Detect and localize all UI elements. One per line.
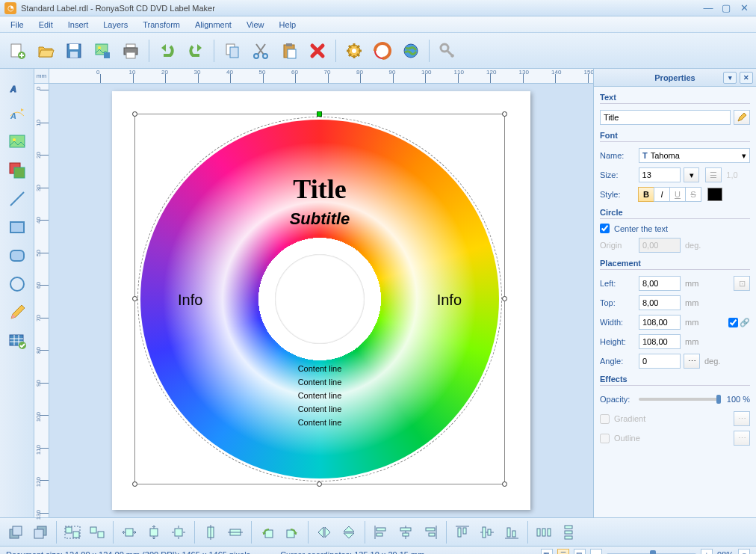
flip-v-button[interactable] <box>338 522 360 543</box>
zoom-dropdown-button[interactable]: ▾ <box>738 549 750 555</box>
center-text-checkbox[interactable]: Center the text <box>600 224 750 233</box>
font-name-select[interactable]: TTahoma▾ <box>639 148 750 163</box>
grid-view-button[interactable]: ▦ <box>541 549 553 555</box>
new-button[interactable] <box>4 38 30 64</box>
menu-view[interactable]: View <box>239 18 272 31</box>
line-tool[interactable] <box>5 187 29 211</box>
fit-height-button[interactable] <box>143 522 165 543</box>
gradient-edit-button[interactable]: ⋯ <box>734 411 750 426</box>
handle-se[interactable] <box>502 481 507 487</box>
handle-e[interactable] <box>502 296 507 301</box>
delete-button[interactable] <box>305 38 330 64</box>
zoom-in-button[interactable]: + <box>701 549 713 555</box>
height-input[interactable] <box>639 334 681 349</box>
text-tool[interactable]: A <box>5 73 29 97</box>
top-input[interactable] <box>639 295 681 310</box>
close-button[interactable]: ✕ <box>737 3 752 13</box>
outline-checkbox[interactable]: Outline <box>600 434 640 443</box>
detail-view-button[interactable]: ▤ <box>574 549 586 555</box>
curved-text-tool[interactable]: A <box>5 102 29 126</box>
distribute-h-button[interactable] <box>533 522 555 543</box>
menu-transform[interactable]: Transform <box>135 18 188 31</box>
pencil-tool[interactable] <box>5 301 29 324</box>
align-top-button[interactable] <box>451 522 474 543</box>
circle-tool[interactable] <box>5 272 29 296</box>
flip-h-button[interactable] <box>313 522 335 543</box>
rotate-cw-button[interactable] <box>281 522 303 543</box>
text-edit-button[interactable] <box>734 110 750 125</box>
text-input[interactable] <box>600 110 731 125</box>
maximize-button[interactable]: ▢ <box>719 3 734 13</box>
menu-alignment[interactable]: Alignment <box>188 18 239 31</box>
help-button[interactable] <box>370 38 395 64</box>
zoom-out-button[interactable]: − <box>590 549 602 555</box>
center-v-button[interactable] <box>224 522 247 543</box>
paste-button[interactable] <box>276 38 302 64</box>
group-button[interactable] <box>61 522 84 543</box>
underline-button[interactable]: U <box>669 187 686 202</box>
italic-button[interactable]: I <box>654 187 670 202</box>
menu-layers[interactable]: Layers <box>96 18 135 31</box>
handle-ne[interactable] <box>502 111 507 117</box>
print-button[interactable] <box>118 38 143 64</box>
center-h-button[interactable]: ⊡ <box>734 276 750 291</box>
gradient-checkbox[interactable]: Gradient <box>600 414 645 424</box>
align-right-button[interactable] <box>419 522 441 543</box>
fit-width-button[interactable] <box>118 522 140 543</box>
cut-button[interactable] <box>248 38 273 64</box>
canvas[interactable]: Title Subtitle Info Info Content lineCon… <box>49 84 593 517</box>
opacity-slider[interactable] <box>639 398 721 401</box>
panel-close-button[interactable]: ✕ <box>740 72 753 84</box>
handle-sw[interactable] <box>132 481 137 487</box>
handle-s[interactable] <box>317 481 322 487</box>
bring-front-button[interactable] <box>4 522 27 543</box>
web-button[interactable] <box>398 38 424 64</box>
distribute-v-button[interactable] <box>557 522 580 543</box>
table-tool[interactable] <box>5 329 29 353</box>
align-center-v-button[interactable] <box>476 522 498 543</box>
font-size-dropdown[interactable]: ▾ <box>684 167 700 182</box>
save-button[interactable] <box>61 38 87 64</box>
sect-font: Font <box>600 128 750 142</box>
center-h-button[interactable] <box>199 522 222 543</box>
handle-nw[interactable] <box>132 111 137 117</box>
settings-button[interactable] <box>341 38 367 64</box>
align-left-button[interactable] <box>370 522 392 543</box>
menu-help[interactable]: Help <box>272 18 304 31</box>
lock-aspect-checkbox[interactable] <box>728 318 738 327</box>
rectangle-tool[interactable] <box>5 215 29 239</box>
copy-button[interactable] <box>220 38 245 64</box>
handle-n-rotate[interactable] <box>317 111 322 117</box>
undo-button[interactable] <box>155 38 180 64</box>
clipart-tool[interactable] <box>5 158 29 182</box>
save-image-button[interactable] <box>90 38 115 64</box>
align-bottom-button[interactable] <box>501 522 523 543</box>
strike-button[interactable]: S <box>685 187 701 202</box>
angle-input[interactable] <box>639 354 681 369</box>
minimize-button[interactable]: — <box>701 3 716 13</box>
list-view-button[interactable]: ☰ <box>557 549 569 555</box>
panel-dropdown-button[interactable]: ▾ <box>723 72 737 84</box>
key-button[interactable] <box>435 38 460 64</box>
image-tool[interactable] <box>5 130 29 154</box>
menu-insert[interactable]: Insert <box>61 18 96 31</box>
angle-picker-button[interactable]: ⋯ <box>684 354 700 369</box>
send-back-button[interactable] <box>29 522 52 543</box>
color-swatch[interactable] <box>707 188 722 201</box>
left-input[interactable] <box>639 276 681 291</box>
rounded-rect-tool[interactable] <box>5 244 29 268</box>
handle-w[interactable] <box>132 296 137 301</box>
open-button[interactable] <box>33 38 58 64</box>
fit-all-button[interactable] <box>167 522 190 543</box>
rotate-ccw-button[interactable] <box>256 522 279 543</box>
outline-edit-button[interactable]: ⋯ <box>734 431 750 446</box>
bold-button[interactable]: B <box>638 187 654 202</box>
menu-edit[interactable]: Edit <box>31 18 61 31</box>
align-center-h-button[interactable] <box>394 522 417 543</box>
redo-button[interactable] <box>183 38 208 64</box>
menu-file[interactable]: File <box>3 18 31 31</box>
font-size-input[interactable] <box>639 167 681 182</box>
line-spacing-button[interactable]: ☰ <box>705 167 722 182</box>
width-input[interactable] <box>639 315 681 330</box>
ungroup-button[interactable] <box>86 522 108 543</box>
